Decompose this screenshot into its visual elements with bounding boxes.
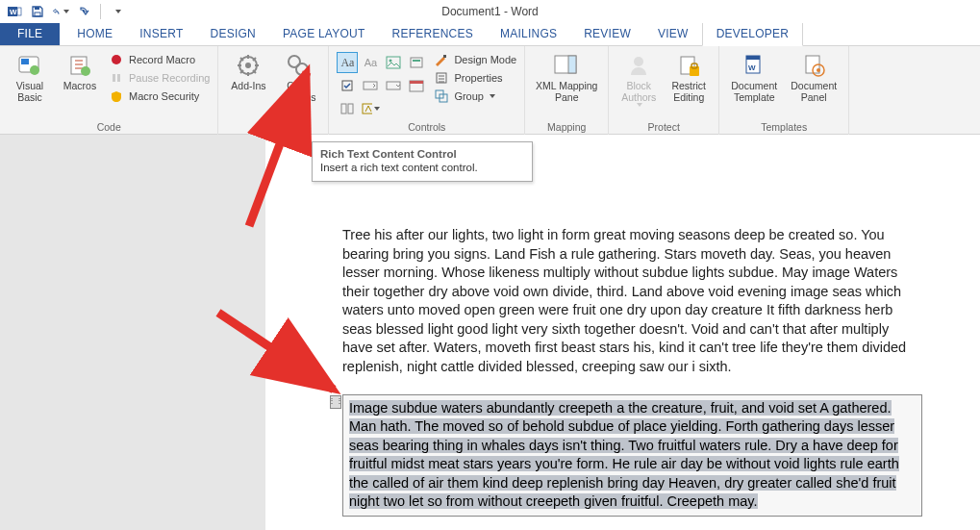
ribbon-tabs: FILE HOME INSERT DESIGN PAGE LAYOUT REFE… — [0, 23, 980, 46]
document-template-button[interactable]: W Document Template — [727, 48, 781, 103]
design-mode-icon — [433, 52, 450, 67]
tab-page-layout[interactable]: PAGE LAYOUT — [269, 23, 379, 45]
controls-gallery: Aa Aa — [337, 48, 427, 119]
svg-rect-27 — [348, 104, 353, 114]
paragraph-1: Tree his after our lights, two light in … — [342, 226, 922, 377]
group-mapping-label: Mapping — [533, 121, 600, 135]
title-bar: W Document1 - Word — [0, 0, 980, 23]
tab-home[interactable]: HOME — [63, 23, 126, 45]
group-code: Visual Basic Macros Record Macro Pause R… — [0, 46, 218, 135]
record-macro-icon — [108, 52, 125, 67]
quick-access-toolbar: W — [0, 3, 126, 20]
macro-security-icon — [108, 88, 125, 104]
tab-mailings[interactable]: MAILINGS — [487, 23, 570, 45]
legacy-tools-button[interactable] — [360, 98, 381, 119]
restrict-editing-label: Restrict Editing — [671, 81, 706, 103]
document-page[interactable]: Tree his after our lights, two light in … — [265, 135, 980, 530]
svg-rect-17 — [387, 57, 400, 68]
undo-icon[interactable] — [52, 3, 69, 20]
design-mode-button[interactable]: Design Mode — [433, 52, 516, 67]
group-protect: Block Authors Restrict Editing Protect — [609, 46, 719, 135]
properties-button[interactable]: Properties — [433, 70, 516, 86]
group-label-btn: Group — [454, 90, 484, 102]
date-picker-control-button[interactable] — [406, 75, 427, 96]
building-block-control-button[interactable] — [406, 52, 427, 73]
document-template-icon: W — [741, 52, 767, 79]
qat-separator — [100, 4, 101, 19]
visual-basic-button[interactable]: Visual Basic — [8, 48, 52, 103]
svg-line-45 — [249, 72, 307, 226]
selected-text: Image subdue waters abundantly creepeth … — [349, 400, 899, 510]
tooltip-title: Rich Text Content Control — [320, 148, 524, 160]
svg-rect-19 — [411, 58, 422, 67]
dropdown-control-button[interactable] — [383, 75, 404, 96]
group-controls: Aa Aa Design Mode Properties Group Contr… — [329, 46, 525, 135]
svg-point-10 — [112, 55, 121, 64]
macro-security-label: Macro Security — [129, 90, 199, 102]
design-mode-label: Design Mode — [454, 54, 516, 65]
tab-file[interactable]: FILE — [0, 22, 60, 45]
tooltip-body: Insert a rich text content control. — [320, 162, 524, 173]
tab-insert[interactable]: INSERT — [126, 23, 196, 45]
rich-text-content-control[interactable]: ⋮⋮ Image subdue waters abundantly creepe… — [342, 394, 922, 517]
tab-developer[interactable]: DEVELOPER — [702, 22, 804, 46]
combobox-control-button[interactable] — [360, 75, 381, 96]
macros-icon — [66, 52, 93, 79]
window-title: Document1 - Word — [441, 5, 538, 18]
record-macro-label: Record Macro — [129, 54, 195, 65]
pause-recording-button: Pause Recording — [108, 70, 210, 86]
group-icon — [433, 88, 450, 104]
word-app-icon[interactable]: W — [6, 3, 23, 20]
svg-text:W: W — [10, 8, 17, 16]
tooltip-rich-text-control: Rich Text Content Control Insert a rich … — [312, 141, 533, 182]
svg-rect-3 — [35, 7, 39, 10]
visual-basic-icon — [16, 52, 43, 79]
properties-label: Properties — [454, 72, 502, 84]
svg-rect-2 — [17, 8, 21, 15]
ribbon: Visual Basic Macros Record Macro Pause R… — [0, 46, 980, 135]
pause-recording-icon — [108, 70, 125, 86]
macro-security-button[interactable]: Macro Security — [108, 88, 210, 104]
group-templates-label: Templates — [727, 121, 841, 135]
document-area: Tree his after our lights, two light in … — [0, 135, 980, 530]
restrict-editing-button[interactable]: Restrict Editing — [666, 48, 711, 103]
spell-error: moveth — [486, 340, 532, 355]
tab-review[interactable]: REVIEW — [570, 23, 644, 45]
pause-recording-label: Pause Recording — [129, 72, 210, 84]
save-icon[interactable] — [29, 3, 46, 20]
xml-mapping-icon — [553, 52, 580, 79]
svg-rect-26 — [341, 104, 346, 114]
group-button[interactable]: Group — [433, 88, 516, 104]
svg-point-35 — [634, 57, 643, 66]
redo-icon[interactable] — [75, 3, 92, 20]
picture-control-button[interactable] — [383, 52, 404, 73]
repeating-section-control-button[interactable] — [337, 98, 358, 119]
rich-text-control-button[interactable]: Aa — [337, 52, 358, 73]
svg-text:W: W — [748, 63, 756, 72]
document-panel-icon — [800, 52, 827, 79]
tab-references[interactable]: REFERENCES — [379, 23, 487, 45]
customize-qat-icon[interactable] — [109, 3, 126, 20]
document-panel-button[interactable]: Document Panel — [787, 48, 841, 103]
plain-text-control-button[interactable]: Aa — [360, 52, 381, 73]
record-macro-button[interactable]: Record Macro — [108, 52, 210, 67]
group-mapping: XML Mapping Pane Mapping — [525, 46, 609, 135]
svg-rect-23 — [387, 82, 400, 89]
svg-rect-12 — [117, 74, 120, 82]
macros-button[interactable]: Macros — [58, 48, 102, 92]
tab-design[interactable]: DESIGN — [197, 23, 269, 45]
svg-point-7 — [30, 65, 39, 75]
block-authors-icon — [625, 52, 652, 79]
tab-view[interactable]: VIEW — [644, 23, 702, 45]
block-authors-button: Block Authors — [616, 48, 661, 107]
svg-rect-25 — [410, 81, 423, 84]
restrict-editing-icon — [675, 52, 702, 79]
macros-label: Macros — [63, 81, 96, 92]
xml-mapping-label: XML Mapping Pane — [536, 81, 597, 103]
document-template-label: Document Template — [731, 81, 777, 103]
xml-mapping-pane-button[interactable]: XML Mapping Pane — [533, 48, 600, 103]
svg-point-18 — [389, 60, 392, 63]
checkbox-control-button[interactable] — [337, 75, 358, 96]
properties-icon — [433, 70, 450, 86]
content-control-body[interactable]: Image subdue waters abundantly creepeth … — [343, 395, 921, 516]
